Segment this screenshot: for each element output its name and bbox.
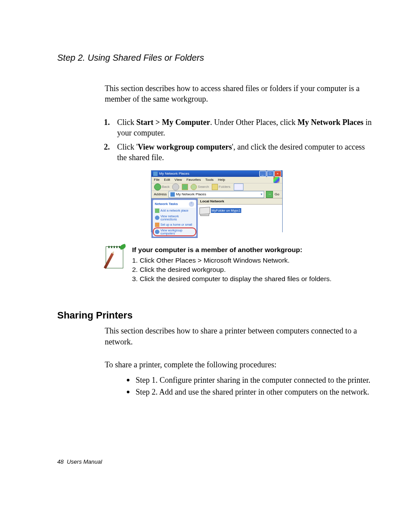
go-button[interactable]: →	[266, 191, 273, 198]
menu-help[interactable]: Help	[218, 178, 225, 182]
shared-folder-icon	[199, 206, 209, 215]
instruction-1: 1. Click Start > My Computer. Under Othe…	[105, 117, 376, 139]
address-icon	[170, 192, 175, 197]
note-text: If your computer is a member of another …	[132, 245, 332, 284]
forward-button[interactable]	[172, 183, 179, 190]
windows-logo-icon	[273, 177, 280, 183]
tasks-pane: Network Tasks ˆ Add a network place View…	[151, 198, 198, 238]
printer-step-2: Step 2. Add and use the shared printer i…	[127, 386, 376, 398]
main-pane: Local Network MyFolder on Mypc1	[198, 198, 282, 238]
menu-view[interactable]: View	[174, 178, 182, 182]
window-title: My Network Places	[159, 172, 189, 176]
note-line-3: 3. Click the desired computer to display…	[132, 275, 332, 284]
task-view-connections[interactable]: View network connections	[154, 214, 195, 222]
address-input[interactable]: My Network Places ▾	[169, 191, 264, 198]
toolbar: Back Search Folders	[151, 183, 282, 191]
minimize-button[interactable]: _	[259, 171, 266, 177]
app-icon	[153, 172, 158, 176]
printers-lead: To share a printer, complete the followi…	[57, 359, 376, 370]
text: Click '	[117, 143, 138, 151]
printer-step-1: Step 1. Configure printer sharing in the…	[127, 374, 376, 386]
intro-paragraph: This section describes how to access sha…	[57, 83, 376, 105]
back-button[interactable]: Back	[154, 183, 170, 190]
task-view-workgroup[interactable]: View workgroup computers	[154, 228, 195, 236]
task-setup-network[interactable]: Set up a home or small	[154, 222, 195, 228]
bold-text: My Network Places	[298, 118, 364, 127]
bold-text: View workgroup computers	[138, 143, 232, 151]
network-places-screenshot: My Network Places _ □ × File Edit View F…	[151, 170, 283, 232]
note-heading: If your computer is a member of another …	[132, 245, 332, 255]
menu-file[interactable]: File	[154, 178, 160, 182]
maximize-button[interactable]: □	[267, 171, 274, 177]
printers-intro: This section describes how to share a pr…	[57, 326, 376, 347]
note-icon	[105, 245, 124, 269]
views-button[interactable]	[234, 183, 243, 190]
bold-text: Start > My Computer	[136, 118, 210, 127]
text: . Under Other Places, click	[210, 118, 297, 127]
menu-bar: File Edit View Favorites Tools Help	[151, 177, 282, 183]
go-label: Go	[275, 192, 280, 196]
printer-steps-list: Step 1. Configure printer sharing in the…	[57, 374, 376, 398]
text: Click	[117, 118, 136, 127]
note-line-1: 1. Click Other Places > Microsoft Window…	[132, 256, 332, 265]
close-button[interactable]: ×	[274, 171, 281, 177]
address-label: Address	[154, 192, 167, 196]
address-value: My Network Places	[176, 192, 206, 196]
shared-folder-item[interactable]: MyFolder on Mypc1	[199, 206, 242, 215]
address-bar: Address My Network Places ▾ → Go	[151, 191, 282, 198]
folders-button[interactable]: Folders	[212, 184, 231, 190]
window-titlebar: My Network Places _ □ ×	[151, 171, 282, 177]
tasks-header[interactable]: Network Tasks ˆ	[154, 201, 195, 208]
step2-heading: Step 2. Using Shared Files or Folders	[57, 53, 376, 63]
step-number: 2.	[104, 142, 110, 152]
search-button[interactable]: Search	[191, 184, 209, 190]
footer-label: Users Manual	[67, 458, 102, 465]
menu-tools[interactable]: Tools	[205, 178, 214, 182]
collapse-icon[interactable]: ˆ	[189, 201, 194, 207]
page-number: 48	[57, 458, 63, 465]
instruction-2: 2. Click 'View workgroup computers', and…	[105, 142, 376, 163]
sharing-printers-heading: Sharing Printers	[57, 310, 376, 321]
main-header: Local Network	[198, 198, 282, 205]
note-line-2: 2. Click the desired workgroup.	[132, 265, 332, 275]
up-button[interactable]	[182, 184, 188, 190]
shared-folder-label: MyFolder on Mypc1	[211, 208, 242, 213]
menu-edit[interactable]: Edit	[164, 178, 170, 182]
task-add-place[interactable]: Add a network place	[154, 208, 195, 214]
note-block: If your computer is a member of another …	[105, 245, 376, 284]
page-footer: 48 Users Manual	[57, 458, 102, 465]
instruction-list: 1. Click Start > My Computer. Under Othe…	[57, 117, 376, 163]
step-number: 1.	[104, 117, 110, 128]
menu-favorites[interactable]: Favorites	[186, 178, 201, 182]
